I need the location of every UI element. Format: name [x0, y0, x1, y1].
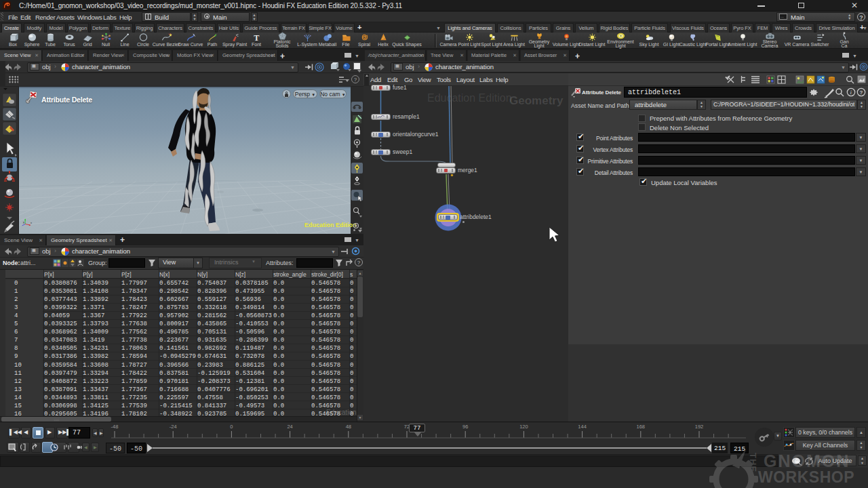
svg-text:192: 192 [695, 424, 704, 430]
svg-text:96: 96 [462, 424, 468, 430]
svg-text:-24: -24 [170, 424, 177, 430]
svg-text:WORKSHOP: WORKSHOP [758, 468, 854, 486]
svg-text:y: y [23, 221, 24, 224]
svg-text:168: 168 [637, 424, 646, 430]
svg-text:x: x [31, 222, 32, 224]
svg-text:?: ? [860, 89, 863, 96]
svg-text:0: 0 [230, 424, 233, 430]
svg-text:120: 120 [519, 424, 528, 430]
svg-text:THE: THE [748, 453, 758, 472]
svg-text:144: 144 [578, 424, 587, 430]
svg-text:48: 48 [346, 424, 351, 430]
svg-text:i: i [850, 89, 852, 96]
svg-text:24: 24 [287, 424, 292, 430]
svg-text:GNOMON: GNOMON [764, 451, 850, 470]
svg-text:-48: -48 [111, 424, 119, 430]
